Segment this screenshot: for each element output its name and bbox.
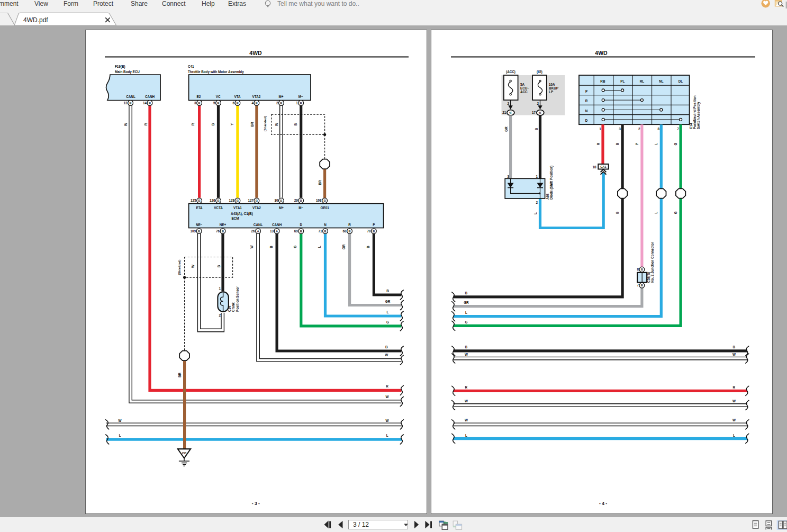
svg-text:VCTA: VCTA: [214, 206, 223, 210]
svg-text:(IG): (IG): [537, 70, 542, 74]
svg-text:NE+: NE+: [220, 223, 227, 227]
svg-text:M−: M−: [298, 206, 303, 210]
svg-text:N: N: [585, 109, 588, 113]
svg-text:(ACC): (ACC): [506, 70, 515, 74]
svg-text:ECU−: ECU−: [520, 86, 529, 90]
svg-text:W: W: [386, 395, 389, 399]
svg-text:8: 8: [657, 127, 659, 131]
svg-text:B: B: [237, 199, 239, 202]
svg-text:Park/Neutral Position: Park/Neutral Position: [693, 95, 696, 129]
svg-text:2: 2: [537, 102, 539, 105]
svg-text:BR: BR: [318, 180, 322, 185]
svg-text:R: R: [596, 142, 600, 145]
svg-text:126: 126: [210, 199, 215, 202]
svg-text:R: R: [144, 123, 148, 125]
svg-text:3: 3: [194, 101, 196, 105]
svg-text:127: 127: [248, 199, 254, 202]
svg-text:10A: 10A: [549, 83, 555, 86]
svg-text:13: 13: [124, 101, 128, 105]
svg-text:21: 21: [502, 111, 506, 114]
svg-text:DL: DL: [679, 79, 683, 83]
svg-text:13: 13: [270, 229, 274, 233]
svg-text:B: B: [535, 128, 538, 130]
svg-text:L: L: [318, 246, 321, 248]
svg-text:R: R: [465, 385, 468, 389]
svg-text:5A: 5A: [520, 83, 525, 86]
svg-text:29: 29: [294, 199, 298, 202]
svg-text:M+: M+: [279, 206, 284, 210]
svg-text:GR: GR: [464, 301, 469, 304]
svg-text:A68: A68: [546, 193, 549, 200]
svg-text:CO: CO: [182, 452, 187, 455]
svg-text:76: 76: [216, 229, 220, 233]
svg-text:B: B: [198, 102, 201, 105]
svg-text:70: 70: [367, 229, 371, 233]
svg-text:CANH: CANH: [272, 223, 282, 227]
svg-text:B: B: [366, 246, 370, 248]
svg-text:LP: LP: [549, 90, 553, 94]
svg-text:L: L: [654, 143, 658, 145]
svg-text:C41: C41: [188, 65, 194, 68]
svg-text:2: 2: [276, 101, 278, 105]
svg-text:Position Sensor: Position Sensor: [236, 286, 239, 312]
svg-text:E2: E2: [196, 95, 201, 98]
svg-text:18: 18: [592, 165, 596, 169]
svg-text:14: 14: [143, 101, 147, 105]
svg-text:W: W: [124, 123, 128, 126]
svg-text:W: W: [191, 265, 195, 268]
svg-text:G: G: [293, 246, 297, 248]
svg-text:CANH: CANH: [145, 95, 155, 98]
svg-text:4F: 4F: [509, 111, 513, 114]
svg-text:7: 7: [677, 127, 679, 131]
svg-text:2: 2: [507, 102, 509, 105]
svg-text:68: 68: [343, 229, 347, 233]
svg-text:B: B: [324, 230, 326, 233]
svg-text:CANL: CANL: [126, 95, 135, 98]
svg-text:4: 4: [251, 101, 254, 105]
svg-text:4WD: 4WD: [249, 50, 262, 56]
svg-text:L: L: [654, 212, 658, 214]
svg-text:W: W: [386, 419, 389, 422]
svg-text:ETA: ETA: [196, 206, 203, 210]
svg-text:8: 8: [637, 267, 639, 271]
svg-text:G: G: [674, 211, 677, 214]
svg-text:W: W: [732, 353, 736, 356]
svg-text:B: B: [211, 123, 215, 125]
svg-text:B: B: [256, 199, 258, 202]
svg-text:B: B: [465, 345, 468, 349]
svg-text:B: B: [237, 102, 239, 105]
svg-text:P: P: [585, 89, 587, 93]
svg-text:GE01: GE01: [321, 206, 330, 210]
svg-text:69: 69: [294, 229, 298, 233]
svg-text:B: B: [386, 289, 389, 293]
svg-text:4WD.pdf: 4WD.pdf: [23, 16, 48, 24]
svg-text:71: 71: [318, 229, 322, 233]
svg-text:R: R: [348, 223, 351, 227]
svg-text:2: 2: [638, 127, 640, 131]
svg-text:B: B: [280, 102, 282, 105]
svg-text:125: 125: [191, 199, 196, 202]
svg-text:L: L: [465, 311, 467, 314]
svg-text:B: B: [217, 265, 221, 267]
svg-text:2: 2: [536, 201, 538, 204]
svg-text:Main Body ECU: Main Body ECU: [115, 70, 140, 74]
svg-text:C14: C14: [689, 123, 693, 129]
svg-text:W: W: [465, 418, 468, 422]
svg-text:L: L: [733, 434, 735, 437]
svg-text:B: B: [198, 199, 201, 202]
svg-text:D: D: [300, 223, 303, 227]
svg-text:BR: BR: [178, 373, 182, 378]
svg-text:R: R: [386, 384, 388, 388]
svg-text:W: W: [465, 353, 468, 356]
svg-text:M−: M−: [298, 95, 303, 98]
svg-text:VTA1: VTA1: [233, 206, 242, 210]
svg-text:GR: GR: [342, 244, 346, 249]
svg-text:G: G: [674, 142, 677, 145]
svg-text:No. 2 Junction Connector: No. 2 Junction Connector: [650, 242, 654, 283]
svg-text:R: R: [585, 99, 588, 103]
svg-text:GR: GR: [385, 300, 391, 303]
svg-text:B: B: [222, 230, 224, 233]
svg-text:P: P: [635, 143, 639, 145]
svg-text:B: B: [149, 102, 151, 105]
svg-text:4WD: 4WD: [595, 50, 608, 56]
